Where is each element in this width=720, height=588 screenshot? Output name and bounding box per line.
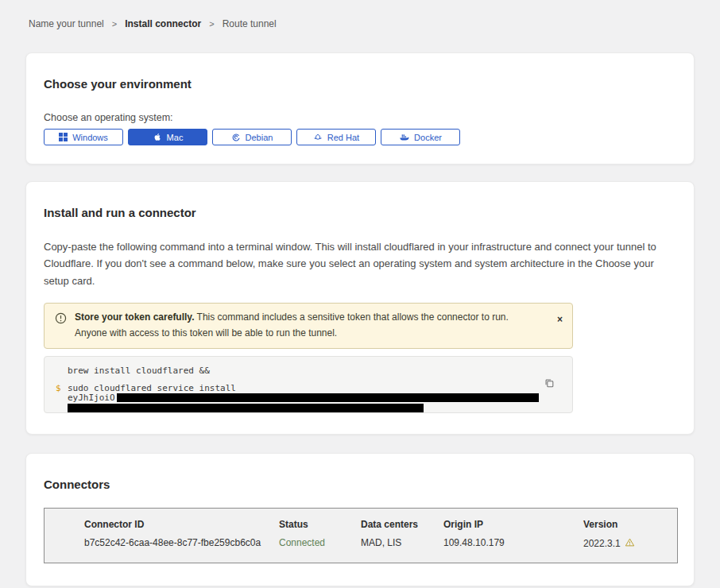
token-warning-text: Store your token carefully. This command… — [75, 310, 563, 342]
copy-icon[interactable] — [544, 377, 555, 391]
code-text: brew install cloudflared && — [68, 366, 210, 376]
breadcrumb-separator: > — [209, 19, 214, 29]
os-button-label: Mac — [167, 133, 184, 142]
install-connector-card: Install and run a connector Copy-paste t… — [25, 181, 695, 435]
version-value: 2022.3.1 — [583, 538, 621, 549]
environment-card: Choose your environment Choose an operat… — [25, 52, 695, 164]
os-button-debian[interactable]: Debian — [212, 129, 292, 145]
breadcrumb-route-tunnel[interactable]: Route tunnel — [223, 18, 277, 29]
connector-id-value: b7c52c42-6caa-48ee-8c77-fbe259cb6c0a — [84, 537, 279, 550]
os-button-label: Docker — [414, 133, 442, 142]
origin-ip-value: 109.48.10.179 — [443, 537, 583, 550]
breadcrumb: Name your tunnel > Install connector > R… — [0, 0, 720, 29]
breadcrumb-separator: > — [112, 19, 117, 29]
windows-icon — [59, 133, 68, 141]
connectors-table: Connector ID Status Data centers Origin … — [44, 508, 678, 563]
shell-prompt: $ — [56, 383, 68, 393]
os-button-redhat[interactable]: Red Hat — [296, 129, 376, 145]
close-icon[interactable]: × — [557, 315, 563, 324]
token-warning-title: Store your token carefully. — [75, 311, 195, 323]
table-row: b7c52c42-6caa-48ee-8c77-fbe259cb6c0a Con… — [84, 537, 669, 550]
token-warning-banner: Store your token carefully. This command… — [44, 303, 573, 349]
apple-icon — [153, 132, 162, 142]
connectors-table-header: Connector ID Status Data centers Origin … — [84, 519, 669, 530]
os-select-label: Choose an operating system: — [44, 112, 676, 123]
token-redaction-bar — [117, 393, 539, 402]
code-line-sudo: $ sudo cloudflared service install — [56, 383, 561, 393]
version-warning-icon — [625, 537, 635, 550]
token-redaction-bar — [68, 404, 424, 412]
header-status: Status — [279, 519, 361, 530]
install-card-title: Install and run a connector — [44, 206, 676, 219]
os-button-label: Red Hat — [327, 133, 359, 142]
breadcrumb-name-your-tunnel[interactable]: Name your tunnel — [29, 18, 104, 29]
header-data-centers: Data centers — [361, 519, 443, 530]
header-connector-id: Connector ID — [84, 519, 279, 530]
connectors-card: Connectors Connector ID Status Data cent… — [25, 453, 695, 586]
install-command-code-block: brew install cloudflared && $ sudo cloud… — [44, 356, 573, 413]
os-button-row: Windows Mac Debian Red Hat — [44, 129, 676, 145]
alert-circle-icon — [55, 312, 67, 327]
code-line-brew: brew install cloudflared && — [56, 366, 561, 376]
install-description: Copy-paste the following command into a … — [44, 238, 676, 289]
connectors-card-title: Connectors — [44, 478, 676, 491]
code-line-token: eyJhIjoiO — [68, 393, 561, 403]
header-origin-ip: Origin IP — [443, 519, 583, 530]
os-button-label: Windows — [72, 133, 108, 142]
token-prefix: eyJhIjoiO — [68, 393, 115, 403]
breadcrumb-install-connector[interactable]: Install connector — [125, 18, 201, 29]
os-button-mac[interactable]: Mac — [128, 129, 207, 145]
code-line-token-2 — [68, 403, 561, 412]
header-version: Version — [583, 519, 669, 530]
status-badge: Connected — [279, 537, 361, 550]
debian-icon — [231, 133, 241, 142]
prompt-spacer — [56, 366, 68, 376]
data-centers-value: MAD, LIS — [361, 537, 443, 550]
tunnel-setup-page: Name your tunnel > Install connector > R… — [0, 0, 720, 588]
os-button-windows[interactable]: Windows — [44, 129, 123, 145]
os-button-docker[interactable]: Docker — [381, 129, 460, 145]
redhat-icon — [313, 133, 323, 142]
os-button-label: Debian — [246, 133, 273, 142]
code-text: sudo cloudflared service install — [68, 383, 236, 393]
docker-whale-icon — [399, 133, 409, 142]
environment-card-title: Choose your environment — [44, 77, 676, 91]
